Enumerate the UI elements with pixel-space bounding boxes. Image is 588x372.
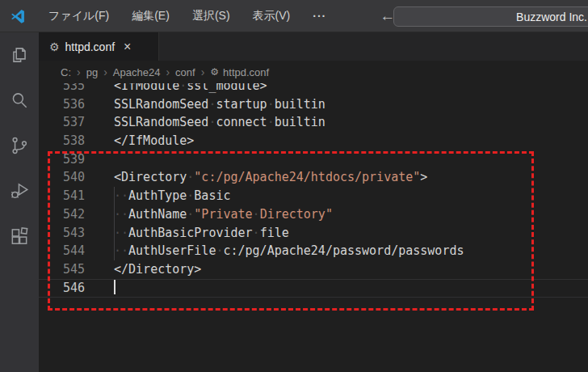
whitespace-dot: · bbox=[253, 207, 260, 222]
line-number[interactable]: 543 bbox=[39, 224, 85, 243]
code-token: SSLRandomSeed·connect·builtin bbox=[114, 115, 326, 129]
chevron-right-icon: › bbox=[166, 66, 170, 78]
whitespace-dot: · bbox=[121, 207, 128, 222]
code-token-string: "Private·Directory" bbox=[194, 207, 333, 222]
whitespace-dot: · bbox=[187, 170, 194, 184]
explorer-icon[interactable] bbox=[0, 32, 39, 78]
whitespace-dot: · bbox=[216, 243, 223, 258]
breadcrumb-item-apache24[interactable]: Apache24 bbox=[113, 66, 161, 78]
menu-edit[interactable]: 編集(E) bbox=[120, 0, 181, 32]
whitespace-dot: · bbox=[208, 115, 216, 129]
code-line[interactable]: SSLRandomSeed·startup·builtin bbox=[114, 95, 588, 114]
whitespace-dot: · bbox=[187, 188, 194, 203]
breadcrumb-item-drive[interactable]: C: bbox=[61, 66, 71, 78]
conf-file-icon: ⚙ bbox=[49, 40, 60, 53]
line-number-gutter: 535536537538539540541542543544545546 bbox=[39, 83, 85, 297]
code-editor[interactable]: 535536537538539540541542543544545546 <If… bbox=[39, 83, 588, 372]
whitespace-dot: · bbox=[114, 243, 121, 258]
title-bar: ファイル(F) 編集(E) 選択(S) 表示(V) ··· ← → Buzzwo… bbox=[0, 0, 588, 32]
breadcrumb-item-conf[interactable]: conf bbox=[175, 66, 195, 78]
whitespace-dot: · bbox=[253, 226, 260, 240]
breadcrumb-item-pg[interactable]: pg bbox=[86, 66, 98, 78]
breadcrumb-item-file[interactable]: httpd.conf bbox=[223, 66, 269, 78]
code-token: </Directory> bbox=[114, 262, 201, 277]
extensions-icon[interactable] bbox=[0, 213, 39, 259]
whitespace-dot: · bbox=[267, 115, 275, 129]
indent-guide bbox=[114, 242, 115, 260]
whitespace-dot: · bbox=[121, 188, 128, 203]
code-line[interactable]: ··AuthBasicProvider·file bbox=[114, 224, 588, 243]
command-center-search[interactable]: Buzzword Inc. bbox=[393, 6, 588, 27]
code-line[interactable]: ··AuthName·"Private·Directory" bbox=[114, 205, 588, 224]
code-line[interactable]: <IfModule·ssl_module> bbox=[114, 83, 588, 95]
code-line[interactable]: ··AuthType·Basic bbox=[114, 187, 588, 205]
menu-selection[interactable]: 選択(S) bbox=[181, 0, 242, 32]
code-token: > bbox=[420, 170, 427, 184]
menu-view[interactable]: 表示(V) bbox=[242, 0, 302, 32]
source-control-icon[interactable] bbox=[0, 123, 39, 168]
code-token: ··AuthBasicProvider·file bbox=[114, 226, 289, 240]
line-number[interactable]: 541 bbox=[39, 187, 85, 205]
code-token: SSLRandomSeed·startup·builtin bbox=[114, 97, 326, 112]
close-tab-icon[interactable]: × bbox=[124, 40, 131, 54]
indent-guide bbox=[114, 205, 115, 224]
tab-label: httpd.conf bbox=[65, 40, 116, 53]
code-line[interactable]: </IfModule> bbox=[114, 132, 588, 150]
run-debug-icon[interactable] bbox=[0, 168, 39, 213]
line-number[interactable]: 545 bbox=[39, 260, 85, 279]
code-token: ··AuthType·Basic bbox=[114, 188, 231, 203]
whitespace-dot: · bbox=[187, 207, 194, 222]
line-number[interactable]: 546 bbox=[39, 279, 85, 298]
code-token: </IfModule> bbox=[114, 133, 194, 148]
indent-guide bbox=[114, 224, 115, 243]
menu-file[interactable]: ファイル(F) bbox=[37, 0, 120, 32]
line-number[interactable]: 535 bbox=[39, 83, 85, 95]
workspace-title: Buzzword Inc. bbox=[516, 11, 587, 23]
vscode-logo-icon bbox=[10, 8, 26, 24]
whitespace-dot: · bbox=[121, 243, 128, 258]
whitespace-dot: · bbox=[114, 188, 121, 203]
whitespace-dot: · bbox=[114, 207, 121, 222]
search-icon[interactable] bbox=[0, 78, 39, 123]
line-number[interactable]: 540 bbox=[39, 168, 85, 187]
code-line[interactable] bbox=[114, 150, 588, 169]
breadcrumb: C: › pg › Apache24 › conf › ⚙ httpd.conf bbox=[39, 61, 588, 83]
tab-httpd-conf[interactable]: ⚙ httpd.conf × bbox=[39, 32, 159, 61]
line-number[interactable]: 538 bbox=[39, 132, 85, 150]
whitespace-dot: · bbox=[208, 97, 216, 112]
code-line[interactable]: </Directory> bbox=[114, 260, 588, 279]
code-line[interactable]: SSLRandomSeed·connect·builtin bbox=[114, 113, 588, 132]
whitespace-dot: · bbox=[267, 97, 275, 112]
chevron-right-icon: › bbox=[201, 66, 205, 78]
conf-file-icon: ⚙ bbox=[210, 66, 219, 78]
code-token: <Directory· bbox=[114, 170, 194, 184]
code-token: ··AuthName· bbox=[114, 207, 194, 222]
line-number[interactable]: 544 bbox=[39, 242, 85, 260]
editor-tab-strip: ⚙ httpd.conf × bbox=[39, 32, 588, 61]
code-line[interactable] bbox=[114, 279, 588, 298]
whitespace-dot: · bbox=[121, 226, 128, 240]
whitespace-dot: · bbox=[114, 226, 121, 240]
line-number[interactable]: 542 bbox=[39, 205, 85, 224]
code-token: <IfModule·ssl_module> bbox=[114, 83, 267, 93]
code-line[interactable]: <Directory·"c:/pg/Apache24/htdocs/privat… bbox=[114, 168, 588, 187]
whitespace-dot: · bbox=[179, 83, 187, 93]
menu-more[interactable]: ··· bbox=[301, 0, 338, 32]
text-cursor bbox=[114, 280, 116, 294]
code-token-string: "c:/pg/Apache24/htdocs/private" bbox=[194, 170, 420, 184]
indent-guide bbox=[114, 187, 115, 205]
activity-bar bbox=[0, 32, 39, 372]
code-content: <IfModule·ssl_module>SSLRandomSeed·start… bbox=[114, 83, 588, 297]
line-number[interactable]: 536 bbox=[39, 95, 85, 114]
line-number[interactable]: 537 bbox=[39, 113, 85, 132]
line-number[interactable]: 539 bbox=[39, 150, 85, 169]
chevron-right-icon: › bbox=[103, 66, 107, 78]
code-token: ··AuthUserFile·c:/pg/Apache24/password/p… bbox=[114, 243, 464, 258]
code-line[interactable]: ··AuthUserFile·c:/pg/Apache24/password/p… bbox=[114, 242, 588, 260]
chevron-right-icon: › bbox=[77, 66, 81, 78]
